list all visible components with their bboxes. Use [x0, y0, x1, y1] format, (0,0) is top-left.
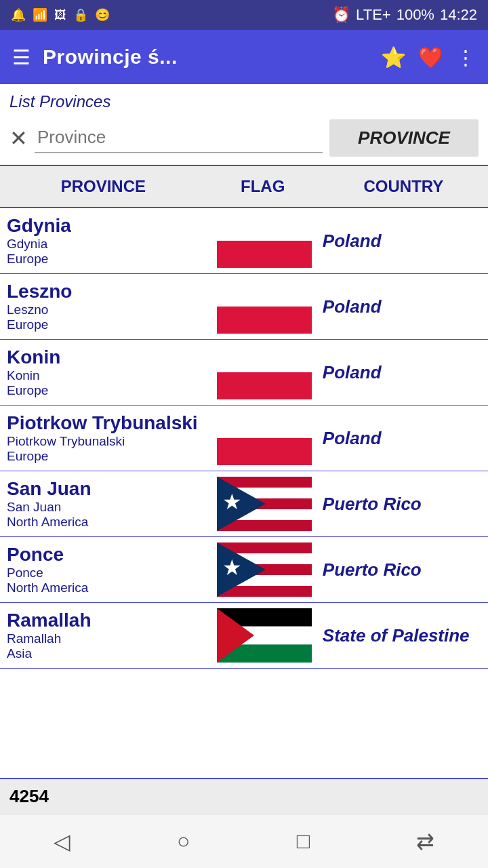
- menu-button[interactable]: ☰: [12, 45, 30, 69]
- content-area: List Provinces ✕ PROVINCE PROVINCE FLAG …: [0, 84, 488, 814]
- sort-province-button[interactable]: PROVINCE: [329, 119, 479, 157]
- item-continent: Europe: [7, 449, 204, 464]
- item-name: Konin: [7, 347, 204, 368]
- list-header: List Provinces: [0, 84, 488, 115]
- item-info: San Juan San Juan North America: [0, 478, 211, 530]
- item-flag: [211, 345, 319, 399]
- item-flag: [211, 214, 319, 268]
- list-item[interactable]: San Juan San Juan North America ★ Puerto…: [0, 471, 488, 537]
- search-input[interactable]: [35, 123, 323, 153]
- item-country: Puerto Rico: [319, 494, 488, 515]
- list-item[interactable]: Konin Konin Europe Poland: [0, 340, 488, 406]
- svg-rect-2: [217, 279, 312, 307]
- item-subname: Leszno: [7, 302, 204, 317]
- item-continent: North America: [7, 515, 204, 530]
- status-icon-2: 📶: [33, 7, 47, 22]
- toolbar-title: Prowincje ś...: [43, 45, 369, 68]
- clear-button[interactable]: ✕: [9, 127, 28, 149]
- item-name: Ramallah: [7, 610, 204, 631]
- item-country: Puerto Rico: [319, 559, 488, 580]
- svg-text:★: ★: [222, 490, 242, 514]
- col-header-country[interactable]: COUNTRY: [319, 166, 488, 207]
- item-info: Piotrkow Trybunalski Piotrkow Trybunalsk…: [0, 412, 211, 464]
- svg-rect-4: [217, 345, 312, 372]
- status-lte: LTE+: [356, 6, 391, 24]
- list-item[interactable]: Gdynia Gdynia Europe Poland: [0, 208, 488, 274]
- item-subname: Piotrkow Trybunalski: [7, 434, 204, 449]
- item-subname: Ramallah: [7, 631, 204, 646]
- nav-recents-button[interactable]: □: [297, 829, 310, 854]
- item-info: Gdynia Gdynia Europe: [0, 215, 211, 267]
- item-flag: ★: [211, 477, 319, 531]
- svg-rect-3: [217, 307, 312, 334]
- item-info: Konin Konin Europe: [0, 347, 211, 398]
- svg-rect-1: [217, 241, 312, 268]
- column-headers: PROVINCE FLAG COUNTRY: [0, 165, 488, 208]
- nav-bar: ◁ ○ □ ⇄: [0, 814, 488, 868]
- item-flag: [211, 608, 319, 663]
- item-info: Ponce Ponce North America: [0, 544, 211, 595]
- status-time: 14:22: [440, 6, 477, 24]
- svg-text:★: ★: [222, 555, 242, 580]
- total-count: 4254: [9, 786, 49, 806]
- nav-switch-button[interactable]: ⇄: [416, 829, 434, 854]
- status-alarm: ⏰: [332, 6, 350, 24]
- status-icon-3: 🖼: [54, 8, 66, 22]
- item-info: Leszno Leszno Europe: [0, 281, 211, 332]
- provinces-list: Gdynia Gdynia Europe Poland Leszno Leszn…: [0, 208, 488, 778]
- item-flag: [211, 411, 319, 465]
- item-subname: Gdynia: [7, 237, 204, 252]
- item-name: Leszno: [7, 281, 204, 302]
- item-country: Poland: [319, 231, 488, 252]
- item-subname: San Juan: [7, 500, 204, 515]
- nav-back-button[interactable]: ◁: [54, 829, 70, 854]
- item-continent: Asia: [7, 646, 204, 661]
- item-continent: Europe: [7, 383, 204, 398]
- item-country: State of Palestine: [319, 625, 488, 646]
- item-country: Poland: [319, 362, 488, 383]
- svg-rect-7: [217, 438, 312, 465]
- status-icon-5: 😊: [95, 7, 110, 22]
- item-continent: Europe: [7, 252, 204, 267]
- more-button[interactable]: ⋮: [455, 45, 476, 69]
- status-bar: 🔔 📶 🖼 🔒 😊 ⏰ LTE+ 100% 14:22: [0, 0, 488, 30]
- search-row: ✕ PROVINCE: [0, 115, 488, 161]
- count-bar: 4254: [0, 778, 488, 814]
- col-header-flag[interactable]: FLAG: [207, 166, 319, 207]
- item-country: Poland: [319, 428, 488, 449]
- svg-rect-6: [217, 411, 312, 438]
- item-continent: North America: [7, 580, 204, 595]
- item-country: Poland: [319, 296, 488, 317]
- status-battery: 100%: [396, 6, 434, 24]
- svg-rect-0: [217, 214, 312, 241]
- item-info: Ramallah Ramallah Asia: [0, 610, 211, 661]
- svg-rect-5: [217, 372, 312, 399]
- heart-button[interactable]: ❤️: [418, 45, 443, 69]
- item-subname: Ponce: [7, 566, 204, 580]
- item-name: Gdynia: [7, 215, 204, 237]
- item-subname: Konin: [7, 368, 204, 383]
- nav-home-button[interactable]: ○: [177, 829, 190, 854]
- col-header-province[interactable]: PROVINCE: [0, 166, 207, 207]
- item-name: Piotrkow Trybunalski: [7, 412, 204, 434]
- star-button[interactable]: ⭐: [381, 45, 406, 69]
- item-continent: Europe: [7, 317, 204, 332]
- list-item[interactable]: Ponce Ponce North America ★ Puerto Rico: [0, 537, 488, 603]
- status-icon-4: 🔒: [73, 7, 88, 22]
- status-icon-1: 🔔: [11, 7, 26, 22]
- list-item[interactable]: Leszno Leszno Europe Poland: [0, 274, 488, 340]
- item-name: San Juan: [7, 478, 204, 500]
- list-item[interactable]: Ramallah Ramallah Asia State of Palestin…: [0, 603, 488, 669]
- list-item[interactable]: Piotrkow Trybunalski Piotrkow Trybunalsk…: [0, 406, 488, 471]
- item-flag: ★: [211, 542, 319, 597]
- toolbar: ☰ Prowincje ś... ⭐ ❤️ ⋮: [0, 30, 488, 84]
- item-flag: [211, 279, 319, 334]
- item-name: Ponce: [7, 544, 204, 566]
